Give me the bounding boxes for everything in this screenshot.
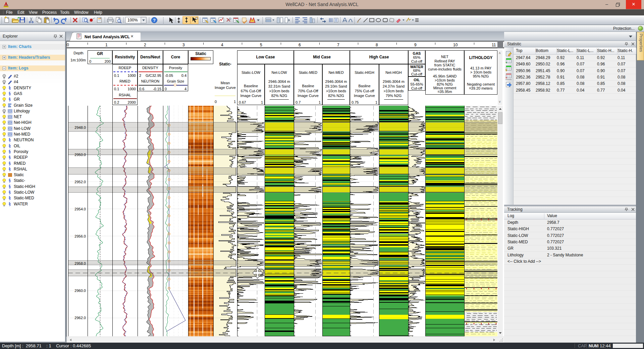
svg-text:×: × (505, 76, 507, 79)
svg-text:2956.0: 2956.0 (74, 234, 86, 238)
svg-text:2958.0: 2958.0 (74, 261, 86, 265)
svg-text:2948.0: 2948.0 (74, 126, 86, 130)
svg-text:2950.0: 2950.0 (74, 153, 86, 157)
svg-text:2954.0: 2954.0 (74, 207, 86, 211)
svg-text:$: $ (505, 68, 507, 71)
svg-text:100%: 100% (127, 18, 138, 22)
svg-text:2962.0: 2962.0 (74, 316, 86, 320)
svg-text:2960.0: 2960.0 (74, 289, 86, 293)
svg-text:?: ? (153, 18, 156, 23)
svg-text:+: + (505, 61, 507, 64)
svg-text:2952.0: 2952.0 (74, 180, 86, 184)
